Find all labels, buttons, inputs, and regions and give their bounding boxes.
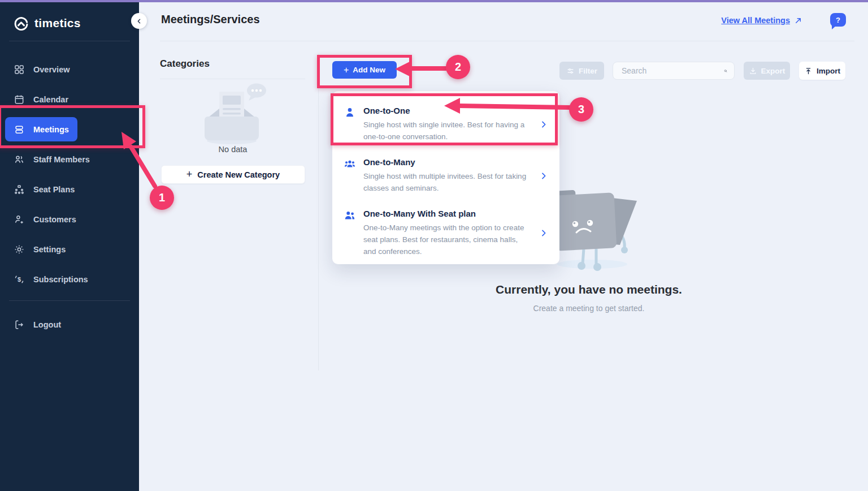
meeting-type-title: One-to-Many With Seat plan	[363, 209, 531, 218]
filter-icon	[566, 67, 575, 75]
svg-text:$: $	[18, 275, 21, 282]
meeting-type-dropdown: One-to-One Single host with single invit…	[332, 91, 559, 264]
meeting-type-one-to-many-seat-plan[interactable]: One-to-Many With Seat plan One-to-Many m…	[332, 201, 559, 265]
empty-state-subtitle: Create a meeting to get started.	[419, 304, 758, 313]
grid-icon	[14, 64, 25, 75]
sidebar-item-label: Staff Members	[33, 155, 90, 164]
export-button[interactable]: Export	[744, 62, 790, 80]
sidebar-item-seat-plans[interactable]: Seat Plans	[0, 174, 139, 204]
meetings-icon	[14, 124, 25, 135]
meeting-type-description: One-to-Many meetings with the option to …	[363, 222, 531, 257]
sidebar-item-overview[interactable]: Overview	[0, 54, 139, 84]
meeting-type-description: Single host with multiple invitees. Best…	[363, 170, 531, 194]
meeting-type-title: One-to-Many	[363, 157, 531, 167]
seat-plan-icon	[14, 184, 25, 195]
export-label: Export	[761, 67, 785, 75]
sidebar-item-label: Calendar	[33, 95, 68, 104]
sidebar-collapse-button[interactable]	[131, 13, 147, 29]
meeting-type-title: One-to-One	[363, 106, 531, 115]
sidebar-item-label: Seat Plans	[33, 185, 75, 194]
sidebar-item-calendar[interactable]: Calendar	[0, 84, 139, 114]
sidebar-item-subscriptions[interactable]: $ Subscriptions	[0, 264, 139, 294]
sidebar-item-label: Overview	[33, 65, 70, 74]
column-divider	[318, 54, 319, 371]
sidebar-item-settings[interactable]: Settings	[0, 234, 139, 264]
search-icon[interactable]	[724, 66, 727, 76]
annotation-step-1: 1	[150, 186, 174, 210]
header-divider	[160, 41, 854, 41]
chevron-left-icon	[136, 18, 143, 25]
categories-divider	[160, 79, 305, 79]
sidebar-item-logout[interactable]: Logout	[0, 309, 139, 339]
import-label: Import	[817, 67, 840, 75]
view-all-meetings-link[interactable]: View All Meetings	[721, 16, 802, 25]
create-new-category-button[interactable]: + Create New Category	[161, 165, 305, 184]
group-icon	[344, 158, 356, 170]
external-link-icon	[794, 16, 802, 25]
plus-icon: +	[186, 169, 193, 180]
view-all-meetings-label: View All Meetings	[721, 16, 790, 25]
download-icon	[749, 67, 757, 75]
gear-icon	[14, 244, 25, 255]
add-new-label: Add New	[353, 66, 385, 74]
chevron-right-icon	[539, 229, 548, 238]
app-window: timetics Overview Calendar	[0, 0, 868, 491]
no-data-illustration	[188, 83, 278, 146]
single-person-icon	[344, 106, 356, 119]
filter-label: Filter	[579, 67, 597, 75]
step-number: 3	[578, 103, 584, 116]
no-data-label: No data	[160, 145, 306, 154]
sidebar-divider	[9, 41, 130, 41]
sidebar-item-staff-members[interactable]: Staff Members	[0, 144, 139, 174]
calendar-icon	[14, 94, 25, 105]
empty-state-title: Currently, you have no meetings.	[419, 283, 758, 296]
dollar-icon: $	[14, 274, 25, 285]
help-button[interactable]: ?	[830, 13, 846, 27]
person-add-icon	[14, 214, 25, 225]
sidebar-item-customers[interactable]: Customers	[0, 204, 139, 234]
sidebar-item-meetings[interactable]: Meetings	[5, 117, 77, 141]
annotation-step-2: 2	[446, 55, 470, 79]
logout-icon	[14, 319, 25, 330]
sidebar-nav: Overview Calendar Meetings	[0, 54, 139, 294]
timetics-logo-icon	[14, 16, 29, 31]
chevron-right-icon	[539, 120, 548, 129]
logo-text: timetics	[34, 16, 81, 30]
meeting-type-description: Single host with single invitee. Best fo…	[363, 119, 531, 143]
plus-icon: +	[344, 65, 349, 75]
chevron-right-icon	[539, 171, 548, 180]
upload-icon	[804, 67, 813, 75]
page-title: Meetings/Services	[161, 13, 260, 26]
categories-title: Categories	[160, 58, 210, 70]
sidebar-item-label: Meetings	[33, 125, 69, 134]
meeting-type-one-to-one[interactable]: One-to-One Single host with single invit…	[332, 98, 559, 150]
sidebar-divider	[9, 300, 130, 301]
filter-button[interactable]: Filter	[559, 62, 604, 80]
meeting-type-one-to-many[interactable]: One-to-Many Single host with multiple in…	[332, 150, 559, 201]
sidebar-item-label: Settings	[33, 245, 66, 254]
logo[interactable]: timetics	[0, 2, 139, 32]
people-icon	[14, 154, 25, 165]
sidebar-item-label: Customers	[33, 215, 76, 224]
import-button[interactable]: Import	[799, 62, 845, 80]
sidebar-item-label: Subscriptions	[33, 275, 88, 284]
sidebar-item-label: Logout	[33, 320, 61, 329]
create-new-category-label: Create New Category	[197, 170, 280, 179]
search-box	[613, 62, 735, 80]
help-label: ?	[836, 16, 840, 24]
step-number: 1	[159, 191, 165, 204]
sidebar: timetics Overview Calendar	[0, 2, 139, 491]
search-input[interactable]	[622, 66, 724, 75]
add-new-button[interactable]: + Add New	[332, 61, 397, 79]
two-people-icon	[344, 209, 356, 222]
annotation-step-3: 3	[569, 97, 593, 122]
step-number: 2	[455, 61, 461, 74]
